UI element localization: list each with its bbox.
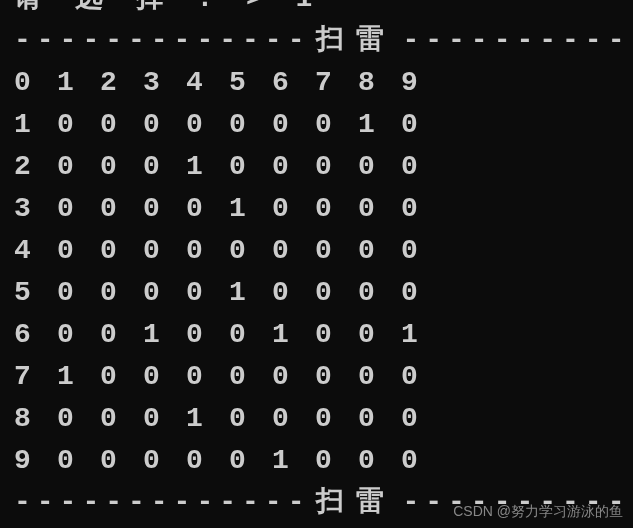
grid-cell: 1	[272, 440, 315, 482]
divider-dash-left: -------------	[14, 487, 310, 518]
grid-cell: 0	[358, 146, 401, 188]
grid-row: 3000010000	[14, 188, 619, 230]
grid-cell: 0	[315, 398, 358, 440]
grid-cell: 0	[143, 230, 186, 272]
grid-cell: 0	[143, 104, 186, 146]
grid-cell: 0	[100, 188, 143, 230]
grid-cell: 0	[358, 272, 401, 314]
grid-cell: 0	[100, 146, 143, 188]
grid-cell: 0	[315, 356, 358, 398]
divider-dash-left: -------------	[14, 25, 310, 56]
grid-row: 1000000010	[14, 104, 619, 146]
grid-cell: 0	[186, 356, 229, 398]
grid-cell: 0	[272, 146, 315, 188]
grid-header-cell: 0	[14, 62, 57, 104]
grid-row-label: 4	[14, 230, 57, 272]
grid-cell: 0	[358, 398, 401, 440]
grid-cell: 0	[100, 230, 143, 272]
grid-cell: 0	[100, 272, 143, 314]
prompt-text: 请 选 择 : > 1	[14, 0, 619, 20]
grid-cell: 0	[315, 314, 358, 356]
grid-cell: 0	[401, 146, 444, 188]
grid-header-cell: 2	[100, 62, 143, 104]
grid-header-cell: 3	[143, 62, 186, 104]
grid-header-cell: 1	[57, 62, 100, 104]
grid-cell: 0	[57, 104, 100, 146]
grid-cell: 0	[358, 188, 401, 230]
grid-cell: 0	[186, 440, 229, 482]
grid-cell: 0	[143, 188, 186, 230]
grid-cell: 1	[229, 188, 272, 230]
grid-cell: 0	[57, 188, 100, 230]
grid-cell: 0	[358, 440, 401, 482]
grid-header-cell: 9	[401, 62, 444, 104]
grid-cell: 0	[315, 272, 358, 314]
grid-cell: 0	[57, 440, 100, 482]
grid-cell: 0	[100, 398, 143, 440]
grid-row-label: 7	[14, 356, 57, 398]
grid-cell: 0	[272, 272, 315, 314]
grid-cell: 0	[186, 188, 229, 230]
grid-cell: 1	[143, 314, 186, 356]
grid-cell: 0	[229, 230, 272, 272]
grid-header-cell: 8	[358, 62, 401, 104]
grid-cell: 0	[358, 230, 401, 272]
grid-cell: 0	[143, 356, 186, 398]
grid-cell: 0	[186, 314, 229, 356]
grid-cell: 0	[401, 104, 444, 146]
grid-row-label: 9	[14, 440, 57, 482]
grid-cell: 1	[401, 314, 444, 356]
grid-cell: 0	[401, 440, 444, 482]
grid-cell: 0	[143, 398, 186, 440]
grid-cell: 0	[186, 230, 229, 272]
grid-cell: 0	[100, 356, 143, 398]
grid-cell: 1	[186, 146, 229, 188]
grid-cell: 0	[57, 398, 100, 440]
grid-cell: 0	[57, 272, 100, 314]
grid-cell: 0	[315, 146, 358, 188]
grid-row: 2000100000	[14, 146, 619, 188]
grid-row: 9000001000	[14, 440, 619, 482]
grid-row-label: 5	[14, 272, 57, 314]
grid-row-label: 8	[14, 398, 57, 440]
grid-row-label: 2	[14, 146, 57, 188]
grid-cell: 0	[272, 230, 315, 272]
grid-cell: 0	[57, 314, 100, 356]
grid-row: 4000000000	[14, 230, 619, 272]
grid-header-cell: 7	[315, 62, 358, 104]
grid-cell: 0	[229, 104, 272, 146]
grid-cell: 0	[143, 146, 186, 188]
grid-cell: 0	[315, 440, 358, 482]
divider-dash-right: -------------	[402, 25, 633, 56]
grid-cell: 0	[315, 104, 358, 146]
grid-cell: 0	[57, 146, 100, 188]
grid-cell: 0	[272, 104, 315, 146]
grid-cell: 0	[229, 356, 272, 398]
divider-top: -------------扫雷-------------	[14, 20, 619, 62]
grid-cell: 0	[401, 230, 444, 272]
grid-cell: 0	[401, 188, 444, 230]
grid-cell: 0	[100, 314, 143, 356]
grid-cell: 0	[100, 440, 143, 482]
grid-cell: 0	[100, 104, 143, 146]
minesweeper-grid: 0123456789 10000000102000100000300001000…	[14, 62, 619, 482]
grid-row-label: 3	[14, 188, 57, 230]
grid-cell: 0	[401, 398, 444, 440]
grid-row: 5000010000	[14, 272, 619, 314]
divider-title: 扫雷	[310, 25, 402, 56]
grid-header-cell: 6	[272, 62, 315, 104]
grid-header-cell: 4	[186, 62, 229, 104]
grid-cell: 0	[229, 440, 272, 482]
grid-cell: 1	[229, 272, 272, 314]
grid-row: 7100000000	[14, 356, 619, 398]
grid-row-label: 1	[14, 104, 57, 146]
grid-cell: 0	[186, 104, 229, 146]
grid-cell: 1	[358, 104, 401, 146]
grid-cell: 0	[272, 398, 315, 440]
grid-row-label: 6	[14, 314, 57, 356]
grid-cell: 0	[57, 230, 100, 272]
grid-cell: 1	[186, 398, 229, 440]
grid-cell: 0	[272, 188, 315, 230]
grid-cell: 0	[186, 272, 229, 314]
grid-header-cell: 5	[229, 62, 272, 104]
